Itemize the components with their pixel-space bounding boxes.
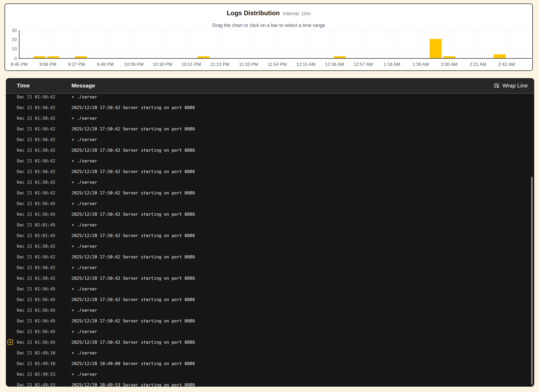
log-row[interactable]: Dec 21 01:50:422025/12/20 17:50:42 Serve…	[6, 273, 534, 283]
chart-drag-area[interactable]	[19, 31, 532, 58]
log-rows-list: Dec 21 01:50:42+ ./serverDec 21 01:50:42…	[6, 91, 534, 387]
histogram-bar[interactable]	[494, 54, 506, 58]
log-message-cell: 2025/12/20 18:49:09 Server starting on p…	[71, 361, 195, 366]
log-time-cell: Dec 21 01:56:45	[17, 297, 55, 302]
log-message-cell: + ./server	[71, 265, 97, 270]
log-row[interactable]: Dec 21 01:50:42+ ./server	[6, 241, 534, 251]
log-message-cell: + ./server	[71, 201, 97, 206]
log-row[interactable]: Dec 21 02:49:53+ ./server	[6, 369, 534, 379]
log-row[interactable]: Dec 21 01:56:45+ ./server	[6, 305, 534, 315]
log-message-cell: 2025/12/20 17:50:42 Server starting on p…	[71, 297, 195, 302]
log-time-cell: Dec 21 01:50:42	[17, 105, 55, 110]
log-message-cell: 2025/12/20 17:50:42 Server starting on p…	[71, 190, 195, 195]
log-row[interactable]: Dec 21 02:49:532025/12/20 18:49:53 Serve…	[6, 379, 534, 387]
log-row[interactable]: Dec 21 01:56:45+ ./server	[6, 283, 534, 294]
log-row[interactable]: Dec 21 01:50:422025/12/20 17:50:42 Serve…	[6, 145, 534, 155]
log-time-cell: Dec 21 01:50:42	[17, 158, 55, 163]
log-time-cell: Dec 21 01:56:45	[17, 308, 55, 313]
log-row[interactable]: Dec 21 01:50:422025/12/20 17:50:42 Serve…	[6, 187, 534, 198]
x-axis-tick-label: 1:39 AM	[406, 62, 435, 67]
column-header-message: Message	[71, 82, 95, 89]
x-axis-tick-label: 10:30 PM	[148, 62, 177, 67]
histogram-bar[interactable]	[443, 56, 455, 58]
x-axis-tick-label: 2:00 AM	[435, 62, 464, 67]
y-axis-tick-label: 0	[8, 56, 17, 61]
log-message-cell: + ./server	[71, 308, 97, 313]
histogram-bar[interactable]	[34, 56, 46, 58]
log-row[interactable]: Dec 21 02:49:10+ ./server	[6, 347, 534, 358]
log-message-cell: + ./server	[71, 244, 97, 249]
histogram-bar[interactable]	[430, 39, 442, 58]
vertical-scrollbar-thumb[interactable]	[531, 177, 533, 385]
histogram-bar[interactable]	[198, 56, 210, 58]
histogram-bar[interactable]	[334, 56, 346, 58]
log-row[interactable]: Dec 21 01:50:42+ ./server	[6, 113, 534, 123]
x-axis-tick-label: 9:06 PM	[33, 62, 63, 67]
x-axis-tick-label: 2:21 AM	[463, 62, 493, 67]
x-axis-tick-label: 8:45 PM	[5, 62, 34, 67]
x-axis-tick-label: 9:27 PM	[62, 62, 91, 67]
log-row[interactable]: Dec 21 01:50:422025/12/20 17:50:42 Serve…	[6, 251, 534, 262]
log-row[interactable]: Dec 21 01:56:45+ ./server	[6, 198, 534, 209]
log-message-cell: 2025/12/20 17:50:42 Server starting on p…	[71, 340, 195, 345]
log-time-cell: Dec 21 01:50:42	[17, 116, 55, 121]
log-row[interactable]: Dec 21 01:50:42+ ./server	[6, 134, 534, 145]
log-time-cell: Dec 21 01:50:42	[17, 190, 55, 195]
log-time-cell: Dec 21 02:49:53	[17, 382, 55, 387]
expand-row-button[interactable]: +	[7, 339, 13, 345]
log-time-cell: Dec 21 02:01:45	[17, 233, 55, 238]
log-time-cell: Dec 21 01:50:42	[17, 169, 55, 174]
log-message-cell: + ./server	[71, 116, 97, 121]
log-message-cell: + ./server	[71, 158, 97, 163]
histogram-bar[interactable]	[47, 56, 59, 58]
x-axis	[19, 58, 532, 59]
log-message-cell: 2025/12/20 17:50:42 Server starting on p…	[71, 126, 195, 131]
log-row[interactable]: Dec 21 01:56:45+ ./server	[6, 326, 534, 337]
log-message-cell: 2025/12/20 17:50:42 Server starting on p…	[71, 233, 195, 238]
log-row[interactable]: Dec 21 01:56:452025/12/20 17:50:42 Serve…	[6, 294, 534, 305]
log-time-cell: Dec 21 02:49:10	[17, 350, 55, 355]
y-axis-tick-label: 20	[8, 37, 17, 42]
log-time-cell: Dec 21 01:50:42	[17, 148, 55, 153]
log-row[interactable]: Dec 21 01:50:422025/12/20 17:50:42 Serve…	[6, 102, 534, 113]
log-row[interactable]: Dec 21 01:50:42+ ./server	[6, 91, 534, 102]
log-row[interactable]: Dec 21 01:50:42+ ./server	[6, 177, 534, 187]
x-axis-tick-label: 12:57 AM	[349, 62, 378, 67]
x-axis-tick-label: 10:09 PM	[119, 62, 149, 67]
log-message-cell: + ./server	[71, 137, 97, 142]
log-time-cell: Dec 21 01:56:45	[17, 329, 55, 334]
wrap-line-button[interactable]: Wrap Line	[493, 82, 528, 89]
log-message-cell: 2025/12/20 18:49:53 Server starting on p…	[71, 382, 195, 387]
y-axis-tick-label: 30	[8, 28, 17, 33]
log-row[interactable]: Dec 21 01:50:422025/12/20 17:50:42 Serve…	[6, 123, 534, 134]
wrap-line-label: Wrap Line	[502, 82, 528, 89]
x-axis-tick-label: 2:42 AM	[492, 62, 521, 67]
log-row[interactable]: Dec 21 01:50:422025/12/20 17:50:42 Serve…	[6, 166, 534, 177]
log-message-cell: + ./server	[71, 94, 97, 99]
plus-icon: +	[9, 339, 11, 345]
x-axis-tick-label: 11:12 PM	[205, 62, 235, 67]
log-time-cell: Dec 21 01:50:42	[17, 244, 55, 249]
log-row[interactable]: +Dec 21 01:56:452025/12/20 17:50:42 Serv…	[6, 337, 534, 347]
log-message-cell: 2025/12/20 17:50:42 Server starting on p…	[71, 318, 195, 323]
x-axis-tick-label: 11:54 PM	[263, 62, 292, 67]
log-row[interactable]: Dec 21 02:49:102025/12/20 18:49:09 Serve…	[6, 358, 534, 369]
log-row[interactable]: Dec 21 02:01:452025/12/20 17:50:42 Serve…	[6, 230, 534, 241]
log-message-cell: 2025/12/20 17:50:42 Server starting on p…	[71, 276, 195, 281]
y-axis-tick-label: 10	[8, 46, 17, 52]
log-row[interactable]: Dec 21 01:50:42+ ./server	[6, 262, 534, 273]
log-message-cell: 2025/12/20 17:50:42 Server starting on p…	[71, 105, 195, 110]
log-time-cell: Dec 21 01:50:42	[17, 137, 55, 142]
log-row[interactable]: Dec 21 01:50:42+ ./server	[6, 155, 534, 166]
log-row[interactable]: Dec 21 01:56:452025/12/20 17:50:42 Serve…	[6, 209, 534, 219]
histogram-bar[interactable]	[75, 56, 87, 58]
x-axis-tick-label: 9:48 PM	[91, 62, 120, 67]
log-table: Time Message Wrap Line Dec 21 01:50:42+ …	[6, 78, 534, 387]
log-message-cell: 2025/12/20 17:50:42 Server starting on p…	[71, 148, 195, 153]
logs-histogram: 01020308:45 PM9:06 PM9:27 PM9:48 PM10:09…	[5, 4, 532, 70]
log-row[interactable]: Dec 21 02:01:45+ ./server	[6, 219, 534, 230]
log-row[interactable]: Dec 21 01:56:452025/12/20 17:50:42 Serve…	[6, 315, 534, 326]
x-axis-tick-label: 10:51 PM	[177, 62, 206, 67]
log-time-cell: Dec 21 01:50:42	[17, 180, 55, 185]
x-axis-tick-label: 12:36 AM	[320, 62, 349, 67]
